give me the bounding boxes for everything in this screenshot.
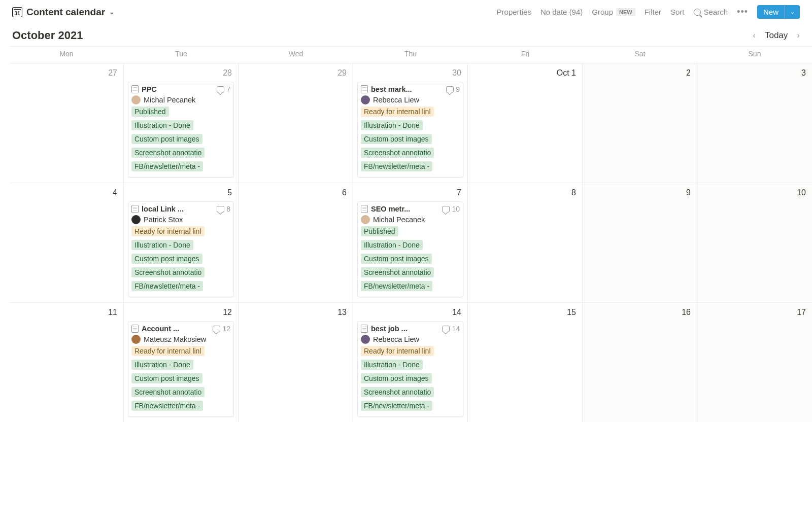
next-month-button[interactable]: › — [797, 30, 800, 41]
day-cell[interactable]: 27 — [9, 63, 124, 183]
card-author: Rebecca Liew — [361, 95, 460, 104]
search-button[interactable]: Search — [694, 8, 728, 16]
weekday-label: Sat — [583, 50, 697, 58]
status-tag: Illustration - Done — [361, 360, 423, 370]
calendar-card[interactable]: local Link ...8Patrick StoxReady for int… — [128, 201, 234, 297]
status-tag: Illustration - Done — [131, 240, 193, 250]
day-number: 4 — [12, 186, 120, 201]
day-cell[interactable]: Oct 1 — [468, 63, 583, 183]
card-header: best job ...14 — [361, 325, 460, 333]
card-header: best mark...9 — [361, 85, 460, 93]
author-name: Rebecca Liew — [373, 335, 419, 343]
card-title: best job ... — [371, 325, 439, 333]
day-number: 5 — [127, 186, 235, 201]
day-cell[interactable]: 28PPC7Michal PecanekPublishedIllustratio… — [124, 63, 239, 183]
day-cell[interactable]: 3 — [697, 63, 812, 183]
avatar — [361, 335, 370, 344]
no-date-button[interactable]: No date (94) — [540, 8, 583, 16]
avatar — [131, 215, 141, 224]
comment-count[interactable]: 8 — [217, 205, 230, 213]
week-row: 2728PPC7Michal PecanekPublishedIllustrat… — [9, 63, 812, 183]
calendar-card[interactable]: SEO metr...10Michal PecanekPublishedIllu… — [357, 201, 463, 297]
day-cell[interactable]: 13 — [239, 303, 353, 422]
status-tag: FB/newsletter/meta - — [131, 161, 203, 171]
status-tag: Custom post images — [131, 373, 202, 383]
day-cell[interactable]: 16 — [583, 303, 697, 422]
day-cell[interactable]: 2 — [583, 63, 697, 183]
toolbar: 31 Content calendar ⌄ Properties No date… — [0, 0, 812, 22]
calendar-card[interactable]: PPC7Michal PecanekPublishedIllustration … — [128, 82, 234, 178]
comment-number: 8 — [226, 205, 230, 213]
more-button[interactable]: ••• — [737, 7, 748, 17]
day-number: 7 — [356, 186, 464, 201]
week-row: 1112Account ...12Mateusz MakosiewReady f… — [9, 302, 812, 422]
view-switcher[interactable]: 31 Content calendar ⌄ — [12, 7, 115, 18]
avatar — [131, 335, 141, 344]
author-name: Patrick Stox — [144, 216, 183, 224]
calendar-card[interactable]: best mark...9Rebecca LiewReady for inter… — [357, 82, 463, 178]
day-cell[interactable]: 10 — [697, 183, 812, 302]
card-header: Account ...12 — [131, 325, 230, 333]
status-tag: Published — [131, 107, 169, 117]
status-tag: Screenshot annotatio — [131, 387, 205, 397]
new-badge: NEW — [616, 8, 635, 16]
comment-count[interactable]: 12 — [213, 325, 230, 333]
day-cell[interactable]: 5local Link ...8Patrick StoxReady for in… — [124, 183, 239, 302]
day-cell[interactable]: 17 — [697, 303, 812, 422]
today-button[interactable]: Today — [765, 30, 788, 41]
properties-button[interactable]: Properties — [497, 8, 531, 16]
day-cell[interactable]: 7SEO metr...10Michal PecanekPublishedIll… — [353, 183, 468, 302]
page-icon — [361, 85, 368, 93]
day-cell[interactable]: 14best job ...14Rebecca LiewReady for in… — [353, 303, 468, 422]
status-tag: Ready for internal linl — [131, 226, 205, 236]
day-cell[interactable]: 12Account ...12Mateusz MakosiewReady for… — [124, 303, 239, 422]
day-number: 17 — [700, 306, 809, 321]
calendar-card[interactable]: best job ...14Rebecca LiewReady for inte… — [357, 321, 463, 417]
group-label: Group — [592, 8, 613, 16]
comment-icon — [213, 326, 220, 332]
sort-button[interactable]: Sort — [670, 8, 685, 16]
prev-month-button[interactable]: ‹ — [753, 30, 756, 41]
card-author: Michal Pecanek — [131, 95, 230, 104]
comment-count[interactable]: 7 — [217, 85, 230, 93]
avatar — [361, 95, 370, 104]
day-cell[interactable]: 4 — [9, 183, 124, 302]
status-tag: Illustration - Done — [131, 360, 193, 370]
calendar-icon: 31 — [12, 7, 22, 17]
status-tag: Custom post images — [131, 254, 202, 264]
status-tag: Illustration - Done — [131, 120, 193, 130]
weekday-label: Thu — [353, 50, 468, 58]
day-cell[interactable]: 8 — [468, 183, 583, 302]
status-tag: Ready for internal linl — [361, 107, 434, 117]
page-icon — [131, 205, 139, 213]
card-author: Mateusz Makosiew — [131, 335, 230, 344]
calendar-card[interactable]: Account ...12Mateusz MakosiewReady for i… — [128, 321, 234, 417]
weekday-header: MonTueWedThuFriSatSun — [9, 47, 812, 63]
filter-button[interactable]: Filter — [645, 8, 661, 16]
status-tag: Ready for internal linl — [361, 346, 434, 356]
status-tag: FB/newsletter/meta - — [361, 161, 432, 171]
day-cell[interactable]: 30best mark...9Rebecca LiewReady for int… — [353, 63, 468, 183]
new-button-dropdown[interactable]: ⌄ — [785, 5, 800, 19]
comment-count[interactable]: 14 — [442, 325, 460, 333]
new-button[interactable]: New ⌄ — [757, 5, 800, 19]
chevron-down-icon: ⌄ — [109, 8, 115, 16]
day-number: 14 — [356, 306, 464, 321]
day-cell[interactable]: 15 — [468, 303, 583, 422]
author-name: Michal Pecanek — [144, 96, 195, 104]
status-tag: FB/newsletter/meta - — [361, 281, 432, 291]
page-icon — [361, 205, 368, 213]
day-cell[interactable]: 9 — [583, 183, 697, 302]
comment-icon — [217, 206, 224, 213]
comment-icon — [442, 206, 450, 213]
weekday-label: Tue — [124, 50, 239, 58]
status-tag: Illustration - Done — [361, 120, 423, 130]
comment-count[interactable]: 10 — [442, 205, 460, 213]
day-number: Oct 1 — [471, 66, 579, 82]
comment-count[interactable]: 9 — [446, 85, 460, 93]
day-cell[interactable]: 11 — [9, 303, 124, 422]
day-cell[interactable]: 6 — [239, 183, 353, 302]
day-number: 28 — [127, 66, 235, 82]
day-cell[interactable]: 29 — [239, 63, 353, 183]
group-button[interactable]: Group NEW — [592, 8, 635, 16]
